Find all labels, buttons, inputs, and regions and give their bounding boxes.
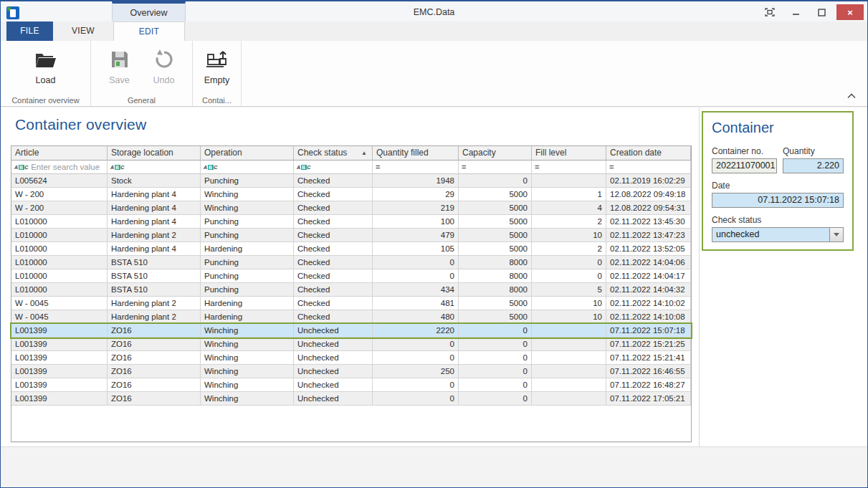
cell-article: L010000 [11, 283, 108, 297]
filter-cell-fill-level[interactable]: = [532, 161, 606, 174]
cell-capacity: 5000 [459, 188, 532, 201]
container-no-field[interactable]: 202211070001 [712, 158, 777, 173]
collapse-ribbon-icon[interactable] [847, 89, 856, 102]
table-row[interactable]: L010000Hardening plant 4PunchingChecked1… [11, 215, 691, 229]
table-row[interactable]: L001399ZO16WinchingUnchecked0007.11.2022… [11, 338, 691, 351]
cell-fill-level: 10 [532, 297, 606, 310]
cell-check-status: Unchecked [294, 324, 373, 338]
cell-check-status: Checked [294, 201, 373, 215]
column-header-article[interactable]: Article [11, 146, 108, 161]
container-no-label: Container no. [712, 146, 777, 156]
empty-button[interactable]: Empty [197, 44, 237, 85]
dropdown-button[interactable] [829, 228, 843, 241]
cell-capacity: 8000 [459, 269, 532, 283]
filter-cell-check-status[interactable]: ABC [294, 161, 373, 174]
table-row[interactable]: W - 200Hardening plant 4WinchingChecked2… [11, 188, 691, 201]
cell-article: L010000 [11, 256, 108, 269]
cell-check-status: Unchecked [294, 378, 373, 392]
column-header-label: Storage location [111, 146, 173, 160]
cell-article: W - 0045 [11, 297, 108, 310]
cell-fill-level: 1 [532, 188, 606, 201]
filter-cell-article[interactable]: ABCEnter search value [11, 161, 108, 174]
cell-capacity: 5000 [459, 242, 532, 256]
page-title: Container overview [15, 116, 146, 133]
text-filter-abc-icon: ABC [204, 165, 217, 170]
close-icon[interactable]: × [836, 4, 864, 20]
table-row[interactable]: L010000BSTA 510PunchingChecked08000002.1… [11, 269, 691, 283]
cell-capacity: 5000 [459, 229, 532, 242]
quantity-field[interactable]: 2.220 [783, 158, 844, 173]
detail-section: Container Container no. 202211070001 Qua… [700, 107, 867, 446]
cell-storage-location: Hardening plant 4 [108, 201, 201, 215]
filter-cell-capacity[interactable]: = [459, 161, 532, 174]
app-logo-icon [6, 6, 19, 19]
cell-quantity-filled: 219 [373, 201, 459, 215]
cell-fill-level [532, 338, 606, 351]
cell-quantity-filled: 105 [373, 242, 459, 256]
maximize-icon[interactable] [811, 4, 832, 20]
fullscreen-icon[interactable] [759, 4, 781, 20]
quantity-label: Quantity [783, 146, 844, 156]
load-button[interactable]: Load [24, 44, 68, 85]
column-header-storage-location[interactable]: Storage location [108, 146, 201, 161]
document-tab-overview[interactable]: Overview [112, 1, 186, 23]
cell-quantity-filled: 434 [373, 283, 459, 297]
table-row-selected[interactable]: L001399ZO16WinchingUnchecked2220007.11.2… [11, 324, 691, 338]
table-row[interactable]: L010000Hardening plant 4HardeningChecked… [11, 242, 691, 256]
table-row[interactable]: L010000BSTA 510PunchingChecked4348000502… [11, 283, 691, 297]
table-row[interactable]: W - 0045Hardening plant 2HardeningChecke… [11, 297, 691, 310]
filter-cell-operation[interactable]: ABC [201, 161, 294, 174]
cell-check-status: Unchecked [294, 338, 373, 351]
table-row[interactable]: L005624StockPunchingChecked1948002.11.20… [11, 174, 691, 188]
save-button[interactable]: Save [97, 44, 142, 85]
cell-quantity-filled: 29 [373, 188, 459, 201]
column-header-fill-level[interactable]: Fill level [532, 146, 606, 161]
cell-storage-location: Hardening plant 2 [108, 297, 201, 310]
equals-filter-icon: = [376, 163, 380, 171]
cell-operation: Winching [201, 378, 294, 392]
filter-cell-quantity-filled[interactable]: = [373, 161, 459, 174]
column-header-check-status[interactable]: Check status▲ [294, 146, 373, 161]
cell-fill-level: 0 [532, 269, 606, 283]
column-header-creation-date[interactable]: Creation date [606, 146, 691, 161]
filter-cell-storage-location[interactable]: ABC [108, 161, 201, 174]
tab-edit[interactable]: EDIT [113, 21, 185, 41]
table-row[interactable]: L010000BSTA 510PunchingChecked08000002.1… [11, 256, 691, 269]
tab-view[interactable]: VIEW [53, 21, 113, 41]
table-row[interactable]: L001399ZO16WinchingUnchecked0007.11.2022… [11, 351, 691, 365]
cell-operation: Hardening [201, 297, 294, 310]
table-row[interactable]: L001399ZO16WinchingUnchecked0007.11.2022… [11, 392, 691, 406]
cell-storage-location: Hardening plant 4 [108, 215, 201, 229]
check-status-dropdown[interactable]: unchecked [712, 227, 844, 242]
column-header-capacity[interactable]: Capacity [459, 146, 532, 161]
cell-capacity: 0 [459, 365, 532, 378]
tab-file[interactable]: FILE [6, 21, 53, 41]
cell-creation-date: 12.08.2022 09:54:31 [606, 201, 691, 215]
table-row[interactable]: L001399ZO16WinchingUnchecked250007.11.20… [11, 365, 691, 378]
cell-creation-date: 07.11.2022 15:07:18 [606, 324, 691, 338]
cell-creation-date: 12.08.2022 09:49:18 [606, 188, 691, 201]
column-header-operation[interactable]: Operation [201, 146, 294, 161]
table-row[interactable]: W - 0045Hardening plant 2HardeningChecke… [11, 310, 691, 324]
undo-button[interactable]: Undo [142, 44, 186, 85]
cell-fill-level [532, 351, 606, 365]
cell-storage-location: Hardening plant 2 [108, 310, 201, 324]
cell-check-status: Checked [294, 256, 373, 269]
filter-cell-creation-date[interactable]: = [606, 161, 691, 174]
table-row[interactable]: L001399ZO16WinchingUnchecked0007.11.2022… [11, 378, 691, 392]
column-header-label: Check status [297, 146, 347, 160]
cell-article: L001399 [11, 392, 108, 406]
table-row[interactable]: L010000Hardening plant 2PunchingChecked4… [11, 229, 691, 242]
date-field[interactable]: 07.11.2022 15:07:18 [712, 193, 844, 208]
minimize-icon[interactable] [785, 4, 806, 20]
cell-capacity: 8000 [459, 256, 532, 269]
cell-fill-level: 10 [532, 229, 606, 242]
table-row[interactable]: W - 200Hardening plant 4WinchingChecked2… [11, 201, 691, 215]
cell-quantity-filled: 1948 [373, 174, 459, 188]
cell-creation-date: 02.11.2022 14:04:17 [606, 269, 691, 283]
cell-storage-location: ZO16 [108, 365, 201, 378]
cell-creation-date: 02.11.2022 13:52:05 [606, 242, 691, 256]
column-header-quantity-filled[interactable]: Quantity filled [373, 146, 459, 161]
floppy-disk-icon [97, 47, 142, 72]
cell-creation-date: 02.11.2022 13:45:30 [606, 215, 691, 229]
